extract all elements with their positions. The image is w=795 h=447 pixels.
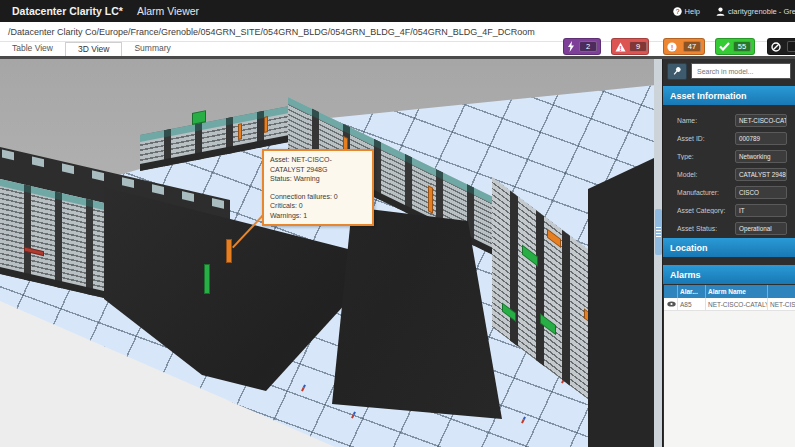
healthy-device[interactable] xyxy=(204,264,210,294)
prohibition-icon xyxy=(771,42,784,52)
healthy-device[interactable] xyxy=(540,313,556,335)
column-alarm-id[interactable]: Alar... xyxy=(678,285,706,298)
asset-tooltip: Asset: NET-CISCO-CATALYST 2948G Status: … xyxy=(262,149,374,226)
power-alarms-badge[interactable]: 2 xyxy=(563,38,601,55)
alarm-name-cell: NET-CISCO-CATALYST ... xyxy=(706,298,768,310)
field-asset-status: Asset Status: Operational xyxy=(663,219,795,237)
field-model: Model: CATALYST 2948G xyxy=(663,165,795,183)
3d-viewport[interactable]: Asset: NET-CISCO-CATALYST 2948G Status: … xyxy=(0,59,654,447)
badge-count: 47 xyxy=(683,41,701,52)
field-asset-category-value: IT xyxy=(735,204,787,217)
normal-alarms-badge[interactable]: 55 xyxy=(715,38,755,55)
asset-panel: Asset Information Name: NET-CISCO-CATALY… xyxy=(662,59,795,447)
tooltip-status-line: Status: Warning xyxy=(270,174,366,184)
user-menu[interactable]: claritygrenoble - Grenoble Si xyxy=(716,0,795,22)
field-model-value: CATALYST 2948G xyxy=(735,168,787,181)
eye-icon[interactable] xyxy=(664,298,678,310)
selected-warning-device[interactable] xyxy=(226,239,232,263)
section-location[interactable]: Location xyxy=(663,238,795,257)
section-asset-information[interactable]: Asset Information xyxy=(663,86,795,105)
help-icon: ? xyxy=(673,7,682,16)
app-title: Datacenter Clarity LC* xyxy=(12,5,123,17)
badge-count xyxy=(787,41,795,52)
asset-fields: Name: NET-CISCO-CATALYST 2948G Asset ID:… xyxy=(663,111,795,237)
alarm-badge-bar: 2 ! 9 ! 47 55 xyxy=(0,38,795,55)
column-alarm-name[interactable]: Alarm Name xyxy=(706,285,768,298)
panel-scrollbar[interactable] xyxy=(654,59,662,447)
alarm-id-cell: A85 xyxy=(678,298,706,310)
badge-count: 9 xyxy=(629,41,647,52)
warning-device[interactable] xyxy=(264,116,268,133)
field-name-value: NET-CISCO-CATALYST 2948G xyxy=(735,114,787,127)
tooltip-asset-line: Asset: NET-CISCO-CATALYST 2948G xyxy=(270,155,366,174)
field-manufacturer-value: CISCO xyxy=(735,186,787,199)
badge-count: 2 xyxy=(579,41,597,52)
field-asset-status-value: Operational xyxy=(735,222,787,235)
badge-count: 55 xyxy=(733,41,751,52)
check-icon xyxy=(719,42,733,51)
critical-device[interactable] xyxy=(24,247,44,257)
help-button[interactable]: ? Help xyxy=(673,0,700,22)
alarm-row[interactable]: A85 NET-CISCO-CATALYST ... NET-CISC xyxy=(664,298,795,311)
pin-button[interactable] xyxy=(667,63,687,80)
help-label: Help xyxy=(685,7,700,16)
healthy-device[interactable] xyxy=(192,110,206,125)
disabled-alarms-badge[interactable] xyxy=(767,38,795,55)
field-type: Type: Networking xyxy=(663,147,795,165)
warning-device[interactable] xyxy=(428,185,433,213)
field-name: Name: NET-CISCO-CATALYST 2948G xyxy=(663,111,795,129)
user-icon xyxy=(716,7,725,16)
healthy-device[interactable] xyxy=(522,245,538,267)
svg-text:!: ! xyxy=(619,44,621,51)
user-label: claritygrenoble - Grenoble Si xyxy=(728,7,795,16)
svg-text:?: ? xyxy=(675,7,679,14)
module-title: Alarm Viewer xyxy=(137,5,199,17)
warning-alarms-badge[interactable]: ! 47 xyxy=(663,38,705,55)
tooltip-criticals-line: Criticals: 0 xyxy=(270,201,366,211)
warning-device[interactable] xyxy=(547,228,561,248)
svg-text:!: ! xyxy=(671,42,674,51)
field-asset-id: Asset ID: 000789 xyxy=(663,129,795,147)
field-asset-id-value: 000789 xyxy=(735,132,787,145)
tooltip-connfail-line: Connection failures: 0 xyxy=(270,192,366,202)
warning-device[interactable] xyxy=(238,123,242,140)
section-alarms[interactable]: Alarms xyxy=(663,265,795,284)
field-manufacturer: Manufacturer: CISCO xyxy=(663,183,795,201)
pin-icon xyxy=(672,66,682,76)
top-bar: Datacenter Clarity LC* Alarm Viewer ? He… xyxy=(0,0,795,22)
exclamation-circle-icon: ! xyxy=(667,42,680,52)
healthy-device[interactable] xyxy=(502,303,516,323)
alarm-extra-cell: NET-CISC xyxy=(768,298,795,310)
alarms-table: Alar... Alarm Name A85 NET-CISCO-CATALYS… xyxy=(664,285,795,447)
alarms-table-header: Alar... Alarm Name xyxy=(664,285,795,298)
lightning-icon xyxy=(567,41,578,52)
warning-triangle-icon: ! xyxy=(615,42,629,52)
field-type-value: Networking xyxy=(735,150,787,163)
model-search-input[interactable] xyxy=(691,63,791,79)
tooltip-warnings-line: Warnings: 1 xyxy=(270,211,366,221)
field-asset-category: Asset Category: IT xyxy=(663,201,795,219)
critical-alarms-badge[interactable]: ! 9 xyxy=(611,38,649,55)
panel-scrollbar-thumb[interactable] xyxy=(655,209,662,255)
